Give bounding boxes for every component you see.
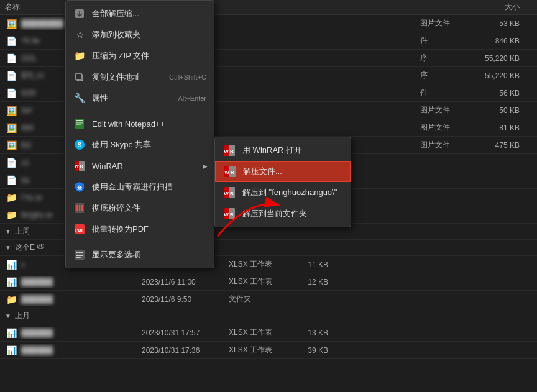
file-size: 12 KB — [291, 278, 341, 286]
file-type: 件 — [420, 88, 482, 98]
winrar-icon: W R — [223, 186, 236, 199]
file-date: 2023/10/31 17:57 — [142, 329, 229, 337]
file-row[interactable]: 📊 ██████ 2023/10/31 17:36 XLSX 工作表 39 KB — [0, 342, 537, 359]
svg-rect-24 — [76, 257, 81, 258]
menu-item-compress-zip[interactable]: 📁 压缩为 ZIP 文件 — [66, 45, 214, 66]
folder-icon: 📁 — [73, 50, 86, 62]
file-name: fenghu ar — [21, 211, 53, 219]
svg-rect-6 — [76, 122, 83, 124]
submenu-item-extract-to-folder[interactable]: W R 解压到 "fenghuozhanguo\" — [215, 182, 351, 203]
svg-rect-22 — [76, 252, 83, 253]
menu-divider — [66, 111, 214, 111]
file-name: 5ef — [21, 106, 32, 115]
file-name: x — [21, 260, 25, 269]
file-name: OOL — [21, 54, 37, 63]
shortcut-label: Alt+Enter — [178, 94, 206, 102]
file-size: 55,220 KB — [482, 54, 532, 63]
file-icon: 📊 — [5, 327, 17, 339]
file-type: 序 — [420, 70, 482, 81]
file-name: f02 — [21, 141, 32, 150]
file-name: f hu ar — [21, 193, 42, 202]
svg-rect-18 — [81, 205, 83, 211]
file-row[interactable]: 📊 ██████ 2023/11/6 11:00 XLSX 工作表 12 KB — [0, 273, 537, 291]
star-icon: ☆ — [73, 29, 86, 41]
file-type: XLSX 工作表 — [229, 259, 291, 270]
file-type: 图片文件 — [420, 140, 482, 150]
file-name: ██████ — [21, 278, 53, 286]
skype-icon: S — [73, 139, 86, 151]
menu-item-extract-all[interactable]: 全部解压缩... — [66, 3, 214, 24]
file-icon: 📄 — [5, 35, 17, 47]
submenu-item-extract-files[interactable]: W R 解压文件... — [215, 161, 351, 182]
winrar-icon: W R — [223, 165, 237, 178]
menu-item-jinshan[interactable]: 金 使用金山毒霸进行扫描 — [66, 176, 214, 198]
svg-text:W: W — [75, 164, 79, 168]
menu-item-properties[interactable]: 🔧 属性 Alt+Enter — [66, 88, 214, 109]
file-type: 文件夹 — [229, 294, 291, 304]
winrar-submenu: W R 用 WinRAR 打开 W R 解压文件... W R 解压到 "f — [214, 137, 351, 227]
menu-item-add-favorites[interactable]: ☆ 添加到收藏夹 — [66, 24, 214, 45]
wrench-icon: 🔧 — [73, 92, 86, 104]
svg-rect-16 — [76, 205, 78, 211]
svg-text:R: R — [80, 164, 83, 168]
svg-rect-23 — [76, 255, 83, 256]
archive-icon — [73, 7, 86, 20]
section-label: 上月 — [15, 311, 30, 321]
file-row[interactable]: 📁 ██████ 2023/11/6 9:50 文件夹 — [0, 291, 537, 308]
submenu-item-extract-here[interactable]: W R 解压到当前文件夹 — [215, 203, 351, 224]
section-header-last-month[interactable]: ▼ 上月 — [0, 308, 537, 324]
svg-text:W: W — [224, 212, 229, 217]
file-date: 2023/11/6 11:00 — [142, 278, 229, 286]
file-name: 900 — [21, 124, 34, 132]
chevron-icon: ▼ — [5, 244, 11, 251]
file-size: 11 KB — [291, 260, 341, 269]
menu-item-skype[interactable]: S 使用 Skype 共享 — [66, 134, 214, 155]
svg-rect-3 — [76, 73, 81, 80]
file-type: 件 — [420, 35, 482, 46]
menu-item-edit-notepad[interactable]: Edit with Notepad++ — [66, 113, 214, 134]
chevron-icon: ▼ — [5, 228, 11, 235]
trash-icon — [73, 202, 86, 214]
copy-icon — [73, 71, 86, 83]
menu-item-copy-path[interactable]: 复制文件地址 Ctrl+Shift+C — [66, 66, 214, 88]
menu-item-more-options[interactable]: 显示更多选项 — [66, 244, 214, 265]
svg-rect-5 — [76, 120, 83, 121]
menu-item-label: Edit with Notepad++ — [92, 119, 206, 129]
file-size: 55,220 KB — [482, 71, 532, 80]
file-name: ba — [21, 176, 29, 185]
menu-item-pdf[interactable]: PDF 批量转换为PDF — [66, 219, 214, 240]
file-name: 影9_cc — [21, 70, 44, 81]
file-row[interactable]: 📊 ██████ 2023/10/31 17:57 XLSX 工作表 13 KB — [0, 324, 537, 342]
file-name: ██████ — [21, 295, 53, 304]
menu-item-label: 属性 — [92, 93, 173, 104]
svg-text:W: W — [224, 191, 229, 196]
file-name: ██████ — [21, 329, 53, 337]
file-icon: 🖼️ — [5, 122, 17, 134]
file-name: ██████ — [21, 346, 53, 355]
pdf-icon: PDF — [73, 223, 86, 235]
menu-item-shred[interactable]: 彻底粉碎文件 — [66, 198, 214, 219]
file-size: 53 KB — [482, 19, 532, 28]
svg-text:R: R — [231, 170, 234, 175]
chevron-icon: ▼ — [5, 312, 11, 319]
menu-item-winrar[interactable]: W R WinRAR — [66, 155, 214, 176]
file-size: 81 KB — [482, 124, 532, 132]
submenu-item-label: 解压文件... — [243, 166, 282, 177]
menu-item-label: 复制文件地址 — [92, 71, 164, 83]
winrar-icon: W R — [223, 207, 236, 221]
submenu-item-label: 解压到 "fenghuozhanguo\" — [242, 187, 337, 198]
submenu-item-open-winrar[interactable]: W R 用 WinRAR 打开 — [215, 140, 351, 161]
svg-text:R: R — [230, 148, 234, 154]
winrar-icon: W R — [73, 160, 86, 172]
file-date: 2023/11/6 9:50 — [142, 295, 229, 304]
file-type: XLSX 工作表 — [229, 345, 291, 355]
submenu-item-label: 解压到当前文件夹 — [242, 208, 307, 219]
file-icon: 📄 — [5, 87, 17, 99]
menu-divider — [66, 242, 214, 242]
section-label: 上周 — [15, 226, 30, 237]
menu-item-label: 压缩为 ZIP 文件 — [92, 50, 206, 62]
menu-item-label: 显示更多选项 — [92, 249, 206, 260]
file-size: 13 KB — [291, 329, 341, 337]
svg-text:PDF: PDF — [75, 228, 85, 232]
svg-rect-17 — [79, 205, 80, 211]
